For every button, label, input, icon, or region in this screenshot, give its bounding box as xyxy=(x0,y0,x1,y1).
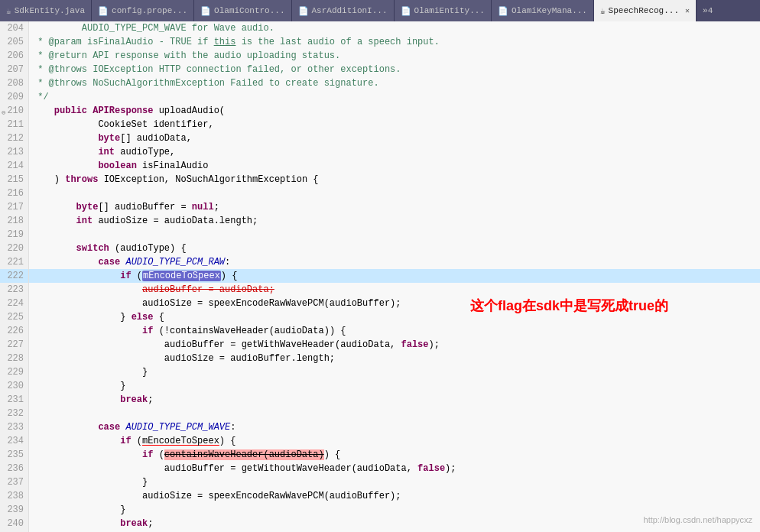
table-row: 234 if (mEncodeToSpeex) { xyxy=(0,434,760,448)
line-code: * @throws IOException HTTP connection fa… xyxy=(29,63,760,76)
table-row: 210⊖ public APIResponse uploadAudio( xyxy=(0,104,760,118)
table-row: 236 audioBuffer = getWithoutWaveHeader(a… xyxy=(0,462,760,475)
tab-olami-controller[interactable]: 📄 OlamiContro... xyxy=(194,0,291,21)
line-code: break; xyxy=(29,393,760,407)
line-number: 215 xyxy=(0,173,29,187)
tab-label: SdkEntity.java xyxy=(15,6,85,15)
table-row: 204 AUDIO_TYPE_PCM_WAVE for Wave audio. xyxy=(0,21,760,35)
tab-icon: 📄 xyxy=(498,6,508,16)
line-code: * @param isFinalAudio - TRUE if this is … xyxy=(29,35,760,49)
code-container: 204 AUDIO_TYPE_PCM_WAVE for Wave audio. … xyxy=(0,21,760,532)
table-row: 226 if (!containsWaveHeader(audioData)) … xyxy=(0,324,760,338)
tab-config[interactable]: 📄 config.prope... xyxy=(92,0,194,21)
line-number: 229 xyxy=(0,365,29,379)
table-row: 218 int audioSize = audioData.length; xyxy=(0,214,760,228)
tab-olami-entity[interactable]: 📄 OlamiEntity... xyxy=(395,0,492,21)
line-number: 221 xyxy=(0,255,29,269)
table-row: 207 * @throws IOException HTTP connectio… xyxy=(0,63,760,76)
line-number: 219 xyxy=(0,228,29,242)
table-row: 229 } xyxy=(0,365,760,379)
table-row: 227 audioBuffer = getWithWaveHeader(audi… xyxy=(0,338,760,352)
table-row: 220 switch (audioType) { xyxy=(0,242,760,255)
tab-icon: 📄 xyxy=(298,6,309,16)
tab-icon: 📄 xyxy=(401,6,411,16)
line-number: 210⊖ xyxy=(0,104,29,118)
line-code: if (containsWaveHeader(audioData)) { xyxy=(29,448,760,462)
tab-bar: ☕ SdkEntity.java 📄 config.prope... 📄 Ola… xyxy=(0,0,760,21)
table-row: 219 xyxy=(0,228,760,242)
line-number: 208 xyxy=(0,76,29,90)
table-row: 221 case AUDIO_TYPE_PCM_RAW: xyxy=(0,255,760,269)
line-code: int audioType, xyxy=(29,145,760,159)
line-number: 205 xyxy=(0,35,29,49)
tab-icon: 📄 xyxy=(98,6,109,16)
table-row: 206 * @return API response with the audi… xyxy=(0,49,760,63)
line-number: 222 xyxy=(0,269,29,283)
line-code: * @return API response with the audio up… xyxy=(29,49,760,63)
line-number: 240 xyxy=(0,517,29,530)
line-number: 207 xyxy=(0,63,29,76)
line-number: 238 xyxy=(0,489,29,503)
line-code xyxy=(29,187,760,200)
line-number: 209 xyxy=(0,90,29,104)
line-number: 226 xyxy=(0,324,29,338)
line-number: 227 xyxy=(0,338,29,352)
tab-label: OlamiKeyMana... xyxy=(512,6,587,15)
tab-asr-addition[interactable]: 📄 AsrAdditionI... xyxy=(292,0,395,21)
line-number: 223 xyxy=(0,283,29,297)
line-number: 217 xyxy=(0,200,29,214)
table-row: 215 ) throws IOException, NoSuchAlgorith… xyxy=(0,173,760,187)
line-number: 235 xyxy=(0,448,29,462)
tab-label: OlamiEntity... xyxy=(414,6,485,15)
line-code: boolean isFinalAudio xyxy=(29,159,760,173)
table-row: 213 int audioType, xyxy=(0,145,760,159)
line-code: audioBuffer = audioData; xyxy=(29,283,760,297)
tab-label: AsrAdditionI... xyxy=(312,6,388,15)
line-number: 230 xyxy=(0,379,29,393)
line-code: int audioSize = audioData.length; xyxy=(29,214,760,228)
line-code: public APIResponse uploadAudio( xyxy=(29,104,760,118)
tab-overflow[interactable]: »4 xyxy=(697,6,719,15)
table-row: 214 boolean isFinalAudio xyxy=(0,159,760,173)
table-row: 212 byte[] audioData, xyxy=(0,131,760,145)
table-row: 231 break; xyxy=(0,393,760,407)
line-code: case AUDIO_TYPE_PCM_RAW: xyxy=(29,255,760,269)
line-number: 206 xyxy=(0,49,29,63)
line-code: */ xyxy=(29,90,760,104)
line-number: 232 xyxy=(0,407,29,420)
tab-label: config.prope... xyxy=(112,6,187,15)
line-number: 231 xyxy=(0,393,29,407)
line-number: 237 xyxy=(0,475,29,489)
line-code xyxy=(29,407,760,420)
line-code: } xyxy=(29,365,760,379)
close-icon[interactable]: ✕ xyxy=(685,6,690,15)
chinese-annotation: 这个flag在sdk中是写死成true的 xyxy=(470,297,668,315)
table-row: 235 if (containsWaveHeader(audioData)) { xyxy=(0,448,760,462)
tab-olami-key[interactable]: 📄 OlamiKeyMana... xyxy=(492,0,594,21)
table-row: 211 CookieSet identifier, xyxy=(0,118,760,131)
line-code: * @throws NoSuchAlgorithmException Faile… xyxy=(29,76,760,90)
tab-icon: ☕ xyxy=(6,6,11,16)
line-code: audioSize = audioBuffer.length; xyxy=(29,352,760,365)
table-row: 232 xyxy=(0,407,760,420)
line-code: byte[] audioData, xyxy=(29,131,760,145)
table-row: 230 } xyxy=(0,379,760,393)
table-row: 209 */ xyxy=(0,90,760,104)
tab-sdk-entity[interactable]: ☕ SdkEntity.java xyxy=(0,0,92,21)
table-row: 217 byte[] audioBuffer = null; xyxy=(0,200,760,214)
line-number: 225 xyxy=(0,310,29,324)
table-row: 216 xyxy=(0,187,760,200)
line-number: 228 xyxy=(0,352,29,365)
line-code: audioBuffer = getWithoutWaveHeader(audio… xyxy=(29,462,760,475)
line-number: 234 xyxy=(0,434,29,448)
tab-speech-recog[interactable]: ☕ SpeechRecog... ✕ xyxy=(594,0,697,21)
tab-label: OlamiContro... xyxy=(214,6,284,15)
line-code: } xyxy=(29,475,760,489)
line-code: byte[] audioBuffer = null; xyxy=(29,200,760,214)
line-code: if (mEncodeToSpeex) { xyxy=(29,434,760,448)
line-number: 213 xyxy=(0,145,29,159)
table-row: 223 audioBuffer = audioData; xyxy=(0,283,760,297)
line-code: switch (audioType) { xyxy=(29,242,760,255)
table-row: 238 audioSize = speexEncodeRawWavePCM(au… xyxy=(0,489,760,503)
line-code: if (mEncodeToSpeex) { xyxy=(29,269,760,283)
